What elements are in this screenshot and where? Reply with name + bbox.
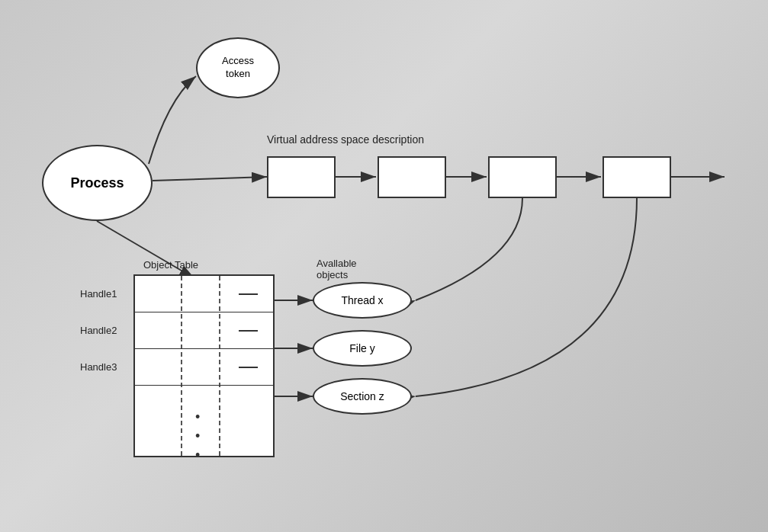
section-ellipse: Section z: [313, 378, 412, 415]
dots: •••: [195, 408, 200, 466]
row-dash-3: [239, 367, 258, 368]
table-row-2: [135, 312, 273, 349]
object-table-label: Object Table: [143, 259, 198, 271]
vas-rect-4: [603, 156, 671, 198]
file-ellipse: File y: [313, 330, 412, 367]
object-table: [133, 274, 275, 457]
vas-rect-2: [378, 156, 446, 198]
file-label: File y: [349, 342, 374, 354]
handle-1-label: Handle1: [80, 288, 117, 300]
vas-label: Virtual address space description: [267, 133, 424, 146]
thread-label: Thread x: [341, 294, 383, 306]
vas-rect-3: [488, 156, 557, 198]
avail-objects-label: Avallableobjects: [317, 258, 357, 280]
table-row-3: [135, 349, 273, 386]
handle-2-label: Handle2: [80, 325, 117, 336]
table-row-4: [135, 386, 273, 422]
access-token-ellipse: Accesstoken: [196, 37, 280, 98]
svg-line-2: [153, 177, 267, 181]
diagram-container: Accesstoken Process Virtual address spac…: [0, 0, 768, 532]
row-dash-1: [239, 293, 258, 295]
thread-ellipse: Thread x: [313, 282, 412, 319]
access-token-label: Accesstoken: [222, 55, 254, 81]
process-label: Process: [70, 175, 124, 191]
vas-rect-1: [267, 156, 336, 198]
section-label: Section z: [340, 390, 384, 402]
handle-3-label: Handle3: [80, 361, 117, 373]
process-ellipse: Process: [42, 145, 153, 221]
row-dash-2: [239, 330, 258, 332]
arrows-svg: [0, 0, 768, 532]
table-row-1: [135, 276, 273, 312]
